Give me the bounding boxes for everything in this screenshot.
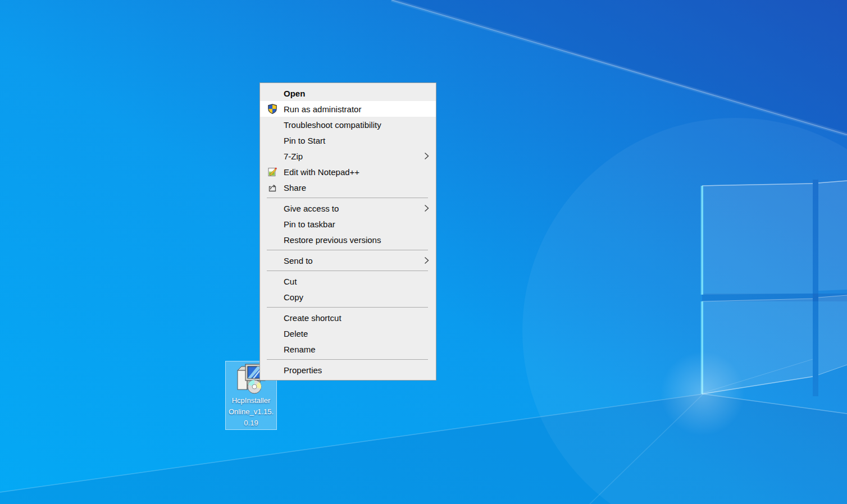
share-icon [267, 182, 277, 193]
menu-separator [267, 359, 428, 360]
menu-separator [267, 250, 428, 250]
menu-item-edit-with-notepadpp[interactable]: Edit with Notepad++ [260, 164, 436, 180]
menu-item-open[interactable]: Open [260, 85, 436, 101]
context-menu: Open Run as administrator Trou [259, 83, 436, 381]
menu-item-run-as-administrator[interactable]: Run as administrator [260, 101, 436, 117]
menu-item-give-access-to[interactable]: Give access to [260, 200, 436, 216]
submenu-chevron-icon [424, 204, 429, 212]
menu-item-pin-to-taskbar[interactable]: Pin to taskbar [260, 216, 436, 232]
menu-item-delete[interactable]: Delete [260, 326, 436, 341]
menu-item-copy[interactable]: Copy [260, 289, 436, 305]
menu-separator [267, 271, 428, 271]
menu-item-pin-to-start[interactable]: Pin to Start [260, 132, 436, 148]
menu-item-troubleshoot-compatibility[interactable]: Troubleshoot compatibility [260, 117, 436, 132]
submenu-chevron-icon [424, 256, 429, 264]
menu-item-properties[interactable]: Properties [260, 362, 436, 378]
submenu-chevron-icon [424, 152, 429, 160]
menu-item-rename[interactable]: Rename [260, 341, 436, 357]
notepadpp-icon [267, 167, 277, 177]
desktop-icon-label: HcpInstaller Online_v1.15. 0.19 [226, 395, 276, 429]
menu-item-cut[interactable]: Cut [260, 273, 436, 289]
uac-shield-icon [267, 104, 277, 114]
menu-separator [267, 307, 428, 308]
menu-item-share[interactable]: Share [260, 180, 436, 195]
menu-item-7-zip[interactable]: 7-Zip [260, 148, 436, 164]
menu-item-restore-previous-versions[interactable]: Restore previous versions [260, 232, 436, 248]
menu-item-create-shortcut[interactable]: Create shortcut [260, 310, 436, 326]
menu-separator [267, 198, 428, 198]
menu-item-send-to[interactable]: Send to [260, 253, 436, 268]
